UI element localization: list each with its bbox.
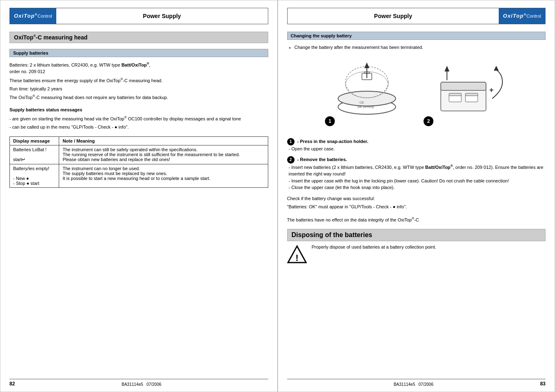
- logo-control-right: Control: [527, 14, 541, 18]
- status-text-1: - are given on starting the measuring he…: [9, 115, 268, 122]
- check-text-2: "Batteries: OK" must appear in "GLP/Tool…: [287, 203, 546, 210]
- table-cell-note-1: The instrument can still be safely opera…: [59, 145, 268, 164]
- left-header: OxiTop® Control Power Supply: [9, 8, 268, 24]
- check-text-1: Check if the battery change was successf…: [287, 195, 546, 202]
- diagram-2-svg: 2 +: [416, 58, 511, 131]
- svg-point-3: [338, 91, 396, 106]
- table-row: Battery/ies empty! - New ● - Stop ● star…: [10, 164, 268, 187]
- warning-block: ! Properly dispose of used batteries at …: [287, 244, 546, 266]
- left-logo: OxiTop® Control: [10, 8, 56, 24]
- svg-rect-17: [449, 93, 461, 96]
- battery-diagram: 1 CE pat. pending 2: [287, 58, 546, 131]
- supply-para-4: The OxiTop®-C measuring head does not re…: [9, 94, 268, 101]
- svg-text:2: 2: [427, 118, 430, 124]
- status-text-2: - can be called up in the menu "GLP/Tool…: [9, 124, 268, 131]
- supply-para-2: These batteries ensure the energy supply…: [9, 77, 268, 84]
- right-logo: OxiTop® Control: [499, 8, 545, 24]
- diagram-1-svg: 1 CE pat. pending: [322, 58, 404, 131]
- integrity-text: The batteries have no effect on the data…: [287, 216, 546, 223]
- step-1-title: 1 - Press in the snap-action holder.: [287, 138, 546, 145]
- step-2-block: 2 - Remove the batteries. - Insert new b…: [287, 156, 546, 191]
- step-2-title: 2 - Remove the batteries.: [287, 156, 546, 164]
- svg-text:+: +: [489, 86, 494, 94]
- table-header-display: Display message: [10, 136, 59, 145]
- right-header-title: Power Supply: [288, 13, 499, 19]
- logo-control-text: Control: [37, 14, 52, 18]
- left-doc-ref: BA31114e5 07/2006: [122, 382, 161, 387]
- check-block: Check if the battery change was successf…: [287, 195, 546, 210]
- disposing-title: Disposing of the batteries: [287, 229, 546, 241]
- left-page-number: 82: [9, 381, 15, 387]
- logo-oxitop-right: OxiTop®: [503, 13, 526, 19]
- step-2-sub-1: - Insert new batteries (2 x lithium batt…: [289, 164, 546, 178]
- svg-marker-23: [444, 66, 449, 71]
- svg-rect-19: [465, 93, 478, 96]
- supply-batteries-subsection: Supply batteries: [9, 49, 268, 57]
- svg-marker-21: [494, 66, 499, 71]
- warning-triangle-svg: !: [287, 244, 307, 264]
- svg-marker-9: [364, 62, 369, 68]
- svg-text:!: !: [295, 253, 298, 263]
- disposing-text: Properly dispose of used batteries at a …: [312, 244, 436, 249]
- step-1-circle: 1: [287, 138, 295, 145]
- status-table: Display message Note / Meaning Batteries…: [9, 136, 268, 188]
- supply-para-3: Run time: typically 2 years: [9, 85, 268, 92]
- supply-text-block: Batteries: 2 x lithium batteries, CR2430…: [9, 61, 268, 101]
- status-block: Supply batteries status messages - are g…: [9, 106, 268, 130]
- svg-text:pat. pending: pat. pending: [358, 105, 374, 108]
- step-1-sub: - Open the upper case.: [289, 145, 546, 152]
- table-header-note: Note / Meaning: [59, 136, 268, 145]
- integrity-block: The batteries have no effect on the data…: [287, 216, 546, 223]
- right-footer: BA31114e5 07/2006 83: [287, 379, 546, 387]
- step-2-circle: 2: [287, 156, 295, 164]
- logo-oxitop-text: OxiTop®: [14, 13, 37, 19]
- svg-text:CE: CE: [359, 101, 364, 104]
- svg-text:1: 1: [329, 118, 332, 124]
- table-cell-display-2: Battery/ies empty! - New ● - Stop ● star…: [10, 164, 59, 187]
- svg-rect-15: [441, 82, 486, 90]
- right-page-number: 83: [540, 381, 546, 387]
- table-cell-display-1: Batteries LoBat ! start↵: [10, 145, 59, 164]
- left-header-title: Power Supply: [56, 13, 268, 19]
- step-2-sub-3: - Close the upper case (let the hook sna…: [289, 184, 546, 191]
- supply-para-1: Batteries: 2 x lithium batteries, CR2430…: [9, 61, 268, 75]
- status-title: Supply batteries status messages: [9, 106, 268, 113]
- table-row: Batteries LoBat ! start↵ The instrument …: [10, 145, 268, 164]
- changing-bullet-1: Change the battery after the measurement…: [295, 44, 546, 51]
- step-1-block: 1 - Press in the snap-action holder. - O…: [287, 138, 546, 152]
- main-section-title: OxiTop®-C measuring head: [9, 32, 268, 43]
- right-page: Power Supply OxiTop® Control Changing th…: [278, 0, 555, 392]
- left-footer: 82 BA31114e5 07/2006: [9, 379, 268, 387]
- changing-bullet-list: Change the battery after the measurement…: [295, 44, 546, 51]
- warning-icon: !: [287, 244, 307, 266]
- step-2-sub-2: - Insert the upper case with the lug in …: [289, 178, 546, 184]
- right-doc-ref: BA31114e5 07/2006: [394, 382, 433, 387]
- left-page: OxiTop® Control Power Supply OxiTop®-C m…: [0, 0, 278, 392]
- table-cell-note-2: The instrument can no longer be used. Th…: [59, 164, 268, 187]
- right-header: Power Supply OxiTop® Control: [287, 8, 546, 24]
- changing-battery-subsection: Changing the supply battery: [287, 32, 546, 40]
